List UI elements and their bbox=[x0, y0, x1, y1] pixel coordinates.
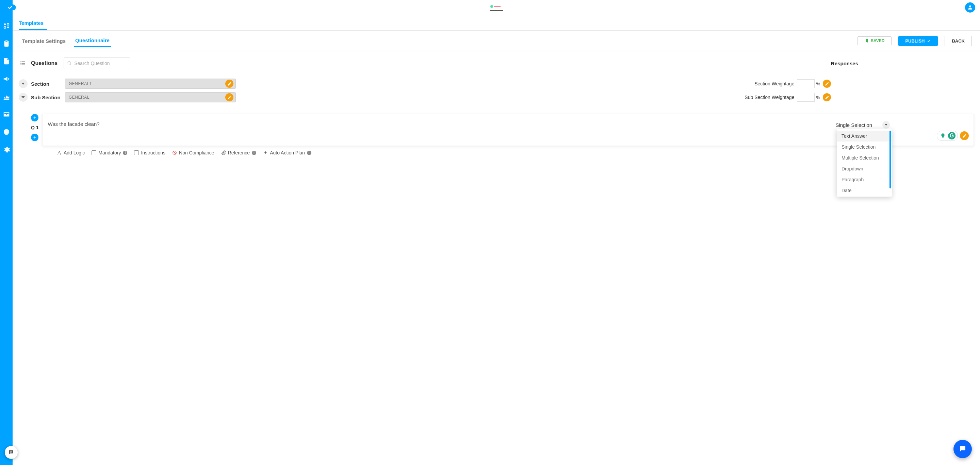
edit-subsection-weightage-button[interactable] bbox=[823, 93, 831, 102]
app-logo[interactable] bbox=[3, 2, 16, 13]
responses-title: Responses bbox=[831, 60, 974, 66]
sidebar-item-shield[interactable] bbox=[3, 128, 10, 136]
add-question-below-button[interactable] bbox=[31, 134, 38, 141]
questions-title: Questions bbox=[31, 60, 57, 66]
edit-subsection-button[interactable] bbox=[225, 93, 234, 102]
svg-point-0 bbox=[4, 24, 6, 25]
grammarly-icon: G bbox=[948, 132, 956, 140]
edit-section-button[interactable] bbox=[225, 79, 234, 88]
instructions-option[interactable]: Instructions bbox=[134, 150, 165, 156]
dropdown-item-datetime[interactable]: Date & Time bbox=[837, 196, 892, 197]
subsection-weightage-input[interactable] bbox=[797, 93, 815, 102]
sidebar-item-analytics[interactable] bbox=[3, 93, 10, 100]
non-compliance-option[interactable]: Non Compliance bbox=[172, 150, 215, 156]
response-type-dropdown: Text Answer Single Selection Multiple Se… bbox=[837, 129, 892, 197]
search-input[interactable] bbox=[64, 57, 130, 69]
check-icon bbox=[927, 39, 931, 43]
subsection-name-field-wrap bbox=[65, 92, 236, 102]
subtab-template-settings[interactable]: Template Settings bbox=[21, 35, 67, 47]
sidebar-item-inbox[interactable] bbox=[3, 111, 10, 118]
section-weightage-label: Section Weightage bbox=[754, 81, 794, 86]
section-weightage-input[interactable] bbox=[797, 79, 815, 88]
sub-tabs: Template Settings Questionnaire SAVED PU… bbox=[13, 31, 980, 51]
reference-label: Reference bbox=[228, 150, 250, 156]
add-question-above-button[interactable] bbox=[31, 114, 38, 121]
bookmark-icon bbox=[865, 39, 869, 43]
sidebar-item-megaphone[interactable] bbox=[3, 75, 10, 83]
search-wrap bbox=[64, 57, 130, 69]
question-card: Was the facade clean? Single Selection T… bbox=[42, 114, 974, 146]
edit-section-weightage-button[interactable] bbox=[823, 79, 831, 88]
sidebar-item-apps[interactable] bbox=[3, 22, 10, 30]
svg-point-1 bbox=[7, 24, 9, 25]
add-logic-label: Add Logic bbox=[64, 150, 85, 156]
svg-point-2 bbox=[4, 27, 6, 29]
section-label: Section bbox=[31, 81, 62, 87]
user-avatar[interactable] bbox=[965, 2, 975, 13]
tenant-logo bbox=[490, 4, 503, 11]
back-button[interactable]: BACK bbox=[945, 36, 972, 46]
question-index-label: Q 1 bbox=[31, 125, 39, 130]
instructions-checkbox[interactable] bbox=[134, 150, 139, 155]
pct-label-2: % bbox=[816, 95, 820, 100]
saved-label: SAVED bbox=[871, 38, 885, 43]
svg-rect-5 bbox=[494, 6, 501, 7]
non-compliance-label: Non Compliance bbox=[179, 150, 215, 156]
paperclip-icon bbox=[221, 150, 226, 155]
lightbulb-icon bbox=[939, 132, 947, 140]
chevron-down-icon bbox=[882, 121, 890, 129]
auto-action-label: Auto Action Plan bbox=[270, 150, 305, 156]
edit-question-button[interactable] bbox=[960, 131, 969, 140]
auto-action-option[interactable]: Auto Action Plan i bbox=[263, 150, 311, 156]
question-text-input[interactable]: Was the facade clean? bbox=[48, 121, 836, 127]
instructions-label: Instructions bbox=[141, 150, 165, 156]
plus-icon bbox=[263, 150, 268, 155]
svg-point-4 bbox=[490, 5, 493, 8]
section-name-input[interactable] bbox=[69, 81, 225, 86]
add-logic-option[interactable]: Add Logic bbox=[57, 150, 85, 156]
topbar bbox=[13, 0, 980, 15]
dropdown-item-multiple-selection[interactable]: Multiple Selection bbox=[837, 152, 892, 163]
mandatory-checkbox[interactable] bbox=[92, 150, 96, 155]
list-view-icon[interactable] bbox=[19, 59, 27, 67]
section-name-field-wrap bbox=[65, 79, 236, 89]
dropdown-item-dropdown[interactable]: Dropdown bbox=[837, 163, 892, 174]
help-chat-fab[interactable] bbox=[5, 446, 18, 459]
subsection-collapse-toggle[interactable] bbox=[19, 93, 27, 102]
subsection-name-input[interactable] bbox=[69, 95, 225, 100]
sidebar-item-document[interactable] bbox=[3, 57, 10, 65]
search-icon bbox=[67, 61, 72, 66]
info-icon: i bbox=[123, 151, 127, 155]
primary-tabs: Templates bbox=[13, 15, 980, 31]
mandatory-option[interactable]: Mandatory i bbox=[92, 150, 127, 156]
ban-icon bbox=[172, 150, 177, 155]
dropdown-item-paragraph[interactable]: Paragraph bbox=[837, 174, 892, 185]
info-icon: i bbox=[252, 151, 256, 155]
pct-label: % bbox=[816, 81, 820, 86]
sidebar-item-settings[interactable] bbox=[3, 146, 10, 153]
dropdown-item-date[interactable]: Date bbox=[837, 185, 892, 196]
subsection-label: Sub Section bbox=[31, 95, 62, 100]
publish-button[interactable]: PUBLISH bbox=[898, 36, 938, 46]
publish-label: PUBLISH bbox=[905, 38, 924, 44]
tab-templates[interactable]: Templates bbox=[19, 17, 47, 30]
grammar-badge[interactable]: G bbox=[937, 131, 958, 141]
reference-option[interactable]: Reference i bbox=[221, 150, 256, 156]
response-type-value: Single Selection bbox=[835, 122, 872, 128]
logic-icon bbox=[57, 150, 62, 155]
sidebar-item-clipboard[interactable] bbox=[3, 40, 10, 47]
dropdown-item-text-answer[interactable]: Text Answer bbox=[837, 131, 892, 141]
response-type-select[interactable]: Single Selection bbox=[835, 121, 968, 129]
support-chat-fab[interactable] bbox=[953, 440, 972, 458]
dropdown-item-single-selection[interactable]: Single Selection bbox=[837, 141, 892, 152]
mandatory-label: Mandatory bbox=[98, 150, 121, 156]
subtab-questionnaire[interactable]: Questionnaire bbox=[74, 35, 111, 47]
sidebar bbox=[0, 0, 13, 465]
svg-point-3 bbox=[7, 27, 9, 29]
saved-badge: SAVED bbox=[858, 37, 891, 45]
subsection-weightage-label: Sub Section Weightage bbox=[745, 95, 794, 100]
info-icon: i bbox=[307, 151, 311, 155]
section-collapse-toggle[interactable] bbox=[19, 79, 27, 88]
